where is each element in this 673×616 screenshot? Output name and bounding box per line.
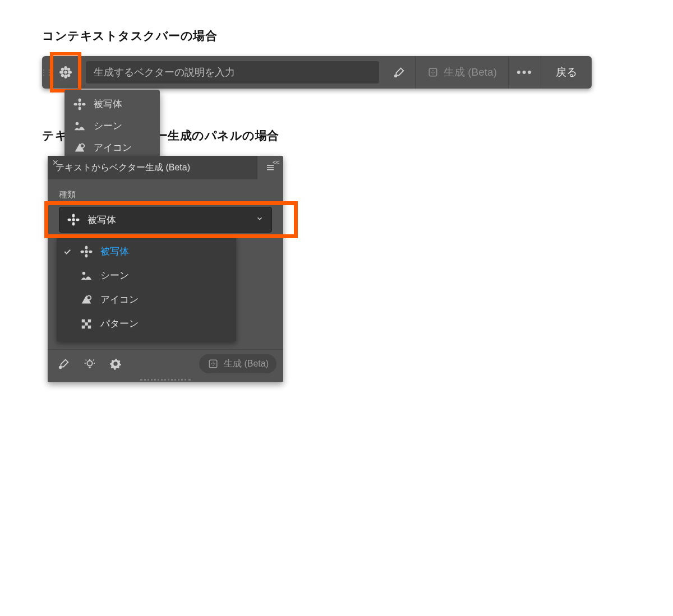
type-options-list: 被写体 シーン アイコン パターン [57, 237, 236, 341]
svg-point-3 [59, 71, 63, 74]
dropdown-item-label: 被写体 [94, 98, 122, 110]
svg-rect-39 [88, 325, 91, 328]
panel-tab-row: テキストからベクター生成 (Beta) [48, 156, 283, 179]
option-icon[interactable]: アイコン [57, 288, 236, 312]
icon-icon [80, 294, 93, 306]
dropdown-item-scene[interactable]: シーン [64, 115, 160, 137]
dropdown-item-label: アイコン [94, 141, 132, 154]
svg-point-12 [79, 98, 81, 101]
option-label: 被写体 [100, 245, 129, 258]
resize-grip-icon[interactable] [48, 377, 283, 382]
settings-button[interactable] [106, 354, 125, 373]
option-label: シーン [100, 269, 129, 282]
option-subject[interactable]: 被写体 [57, 239, 236, 263]
eyedropper-brush-icon [393, 66, 405, 78]
svg-point-8 [67, 74, 71, 77]
prompt-input[interactable] [86, 61, 379, 84]
svg-point-42 [114, 362, 117, 365]
svg-point-7 [61, 74, 64, 77]
svg-point-17 [80, 143, 84, 147]
pattern-icon [80, 318, 93, 330]
svg-point-24 [72, 214, 75, 217]
panel-menu-button[interactable] [257, 156, 283, 179]
svg-point-28 [85, 250, 88, 253]
svg-point-14 [73, 103, 77, 105]
text-to-vector-panel: ✕ << テキストからベクター生成 (Beta) 種類 被写体 [48, 156, 283, 382]
svg-point-25 [72, 222, 75, 225]
generate-button[interactable]: 生成 (Beta) [199, 354, 276, 373]
option-label: パターン [100, 317, 139, 330]
svg-point-1 [64, 66, 67, 70]
svg-point-41 [87, 361, 92, 366]
svg-rect-36 [88, 319, 91, 322]
subject-icon [59, 66, 72, 78]
panel-footer: 生成 (Beta) [48, 349, 283, 377]
style-picker-button[interactable] [384, 56, 415, 89]
subject-icon [67, 214, 80, 226]
svg-point-0 [64, 71, 67, 74]
svg-rect-37 [85, 322, 88, 326]
dropdown-item-label: シーン [94, 119, 122, 132]
svg-point-23 [72, 218, 75, 221]
sparkle-generate-icon [207, 358, 219, 370]
icon-icon [73, 142, 86, 154]
panel-tab[interactable]: テキストからベクター生成 (Beta) [48, 156, 257, 179]
svg-point-30 [85, 254, 88, 257]
context-taskbar: 生成 (Beta) ••• 戻る 被写体 シーン アイコン [42, 56, 592, 89]
svg-point-15 [82, 103, 85, 105]
svg-point-4 [68, 71, 72, 74]
dropdown-item-subject[interactable]: 被写体 [64, 93, 160, 115]
option-pattern[interactable]: パターン [57, 312, 236, 336]
gear-icon [109, 358, 122, 370]
subject-icon [73, 98, 86, 110]
generate-label: 生成 (Beta) [444, 65, 497, 80]
svg-point-33 [82, 271, 86, 275]
svg-point-5 [61, 68, 64, 71]
panel-title: テキストからベクター生成 (Beta) [56, 162, 190, 174]
type-select[interactable]: 被写体 [59, 207, 272, 233]
back-label: 戻る [556, 65, 577, 80]
more-button[interactable]: ••• [509, 56, 541, 89]
chevron-down-icon [256, 214, 264, 225]
svg-point-13 [79, 106, 81, 110]
option-scene[interactable]: シーン [57, 263, 236, 288]
collapse-button[interactable]: << [273, 158, 279, 166]
svg-rect-35 [82, 319, 85, 322]
scene-icon [80, 270, 93, 282]
svg-point-11 [78, 103, 81, 106]
svg-point-9 [395, 75, 397, 77]
style-picker-button[interactable] [54, 354, 73, 373]
option-label: アイコン [100, 293, 139, 306]
subject-icon [80, 246, 93, 258]
section-heading-1: コンテキストタスクバーの場合 [42, 28, 631, 44]
check-icon [62, 247, 72, 256]
svg-point-32 [89, 250, 92, 253]
svg-rect-38 [82, 325, 85, 328]
svg-point-31 [80, 250, 84, 253]
svg-point-2 [64, 75, 67, 78]
svg-point-27 [76, 219, 79, 221]
svg-point-29 [85, 246, 88, 249]
prompt-field-wrap [81, 56, 384, 89]
type-label: 種類 [59, 189, 272, 200]
sparkle-generate-icon [427, 66, 439, 78]
svg-point-40 [59, 367, 62, 369]
selected-type-label: 被写体 [87, 214, 116, 226]
generate-button[interactable]: 生成 (Beta) [415, 56, 509, 89]
svg-point-16 [76, 122, 79, 125]
scene-icon [73, 120, 86, 132]
idea-button[interactable] [80, 354, 99, 373]
svg-point-34 [87, 295, 91, 299]
drag-grip-icon[interactable] [42, 56, 50, 89]
svg-point-6 [67, 68, 71, 71]
lightbulb-icon [84, 358, 96, 370]
back-button[interactable]: 戻る [541, 56, 592, 89]
eyedropper-brush-icon [58, 358, 70, 370]
type-picker-button[interactable] [50, 56, 81, 89]
generate-label: 生成 (Beta) [224, 358, 269, 370]
close-button[interactable]: ✕ [52, 158, 59, 167]
svg-point-26 [67, 219, 71, 221]
